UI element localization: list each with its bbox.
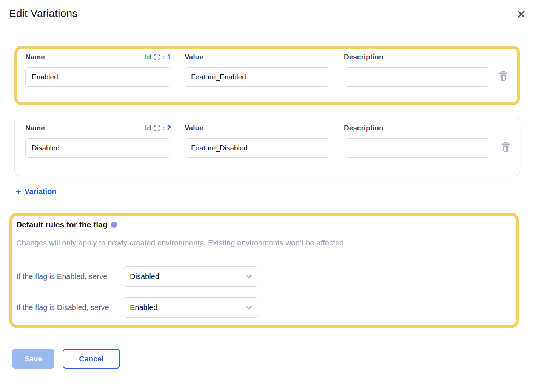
trash-icon (498, 77, 508, 82)
variation-name-input[interactable] (25, 138, 171, 158)
id-info-icon[interactable] (153, 53, 161, 61)
delete-variation-button[interactable] (497, 70, 509, 82)
id-label: Id (145, 53, 151, 61)
delete-variation-button[interactable] (500, 141, 511, 153)
rule-select-value: Enabled (130, 303, 157, 312)
rule-row: If the flag is Disabled, serve Enabled (16, 297, 508, 318)
page-title: Edit Variations (9, 8, 77, 20)
default-rules-section: Default rules for the flag Changes will … (9, 213, 519, 328)
variations-list: Name Id : 1 Value (14, 46, 527, 176)
description-label: Description (344, 124, 384, 132)
variation-value-input[interactable] (185, 67, 330, 87)
variation-value-input[interactable] (185, 138, 330, 158)
close-button[interactable] (514, 8, 528, 21)
value-label: Value (185, 124, 203, 132)
add-variation-button[interactable]: + Variation (16, 187, 57, 196)
name-column: Name Id : 1 (25, 53, 171, 87)
name-column: Name Id : 2 (25, 124, 171, 158)
rule-label: If the flag is Disabled, serve (16, 301, 123, 313)
variation-name-input[interactable] (25, 67, 171, 87)
save-button[interactable]: Save (12, 349, 54, 369)
close-icon (516, 15, 526, 20)
id-label: Id (145, 124, 151, 132)
add-variation-label: Variation (25, 187, 56, 196)
value-column: Value (185, 124, 330, 158)
id-value: : 2 (163, 124, 171, 132)
rule-select[interactable]: Enabled (123, 297, 259, 318)
name-label: Name (25, 124, 45, 132)
default-rules-title: Default rules for the flag (16, 220, 108, 229)
variation-card: Name Id : 1 Value (14, 46, 520, 105)
dialog-header: Edit Variations (9, 8, 527, 21)
rule-row: If the flag is Enabled, serve Disabled (16, 266, 508, 287)
id-value: : 1 (163, 53, 171, 61)
variation-description-input[interactable] (344, 138, 490, 158)
default-rules-note: Changes will only apply to newly created… (16, 239, 508, 247)
rule-label: If the flag is Enabled, serve (16, 270, 123, 282)
chevron-down-icon (245, 274, 252, 279)
value-label: Value (185, 53, 203, 61)
dialog-footer: Save Cancel (12, 349, 527, 369)
chevron-down-icon (245, 305, 252, 310)
trash-icon (501, 148, 511, 153)
id-info-icon[interactable] (153, 124, 161, 132)
default-rules-info-icon[interactable] (111, 221, 117, 228)
description-column: Description (344, 53, 490, 87)
plus-icon: + (16, 188, 21, 196)
description-label: Description (344, 53, 384, 61)
name-label: Name (25, 53, 45, 61)
variation-description-input[interactable] (344, 67, 490, 87)
variation-card: Name Id : 2 Value (14, 117, 520, 176)
value-column: Value (185, 53, 330, 87)
edit-variations-dialog: Edit Variations Name Id (0, 0, 536, 369)
rule-select-value: Disabled (130, 272, 159, 281)
rule-select[interactable]: Disabled (123, 266, 259, 287)
cancel-button[interactable]: Cancel (63, 349, 120, 369)
description-column: Description (344, 124, 490, 158)
